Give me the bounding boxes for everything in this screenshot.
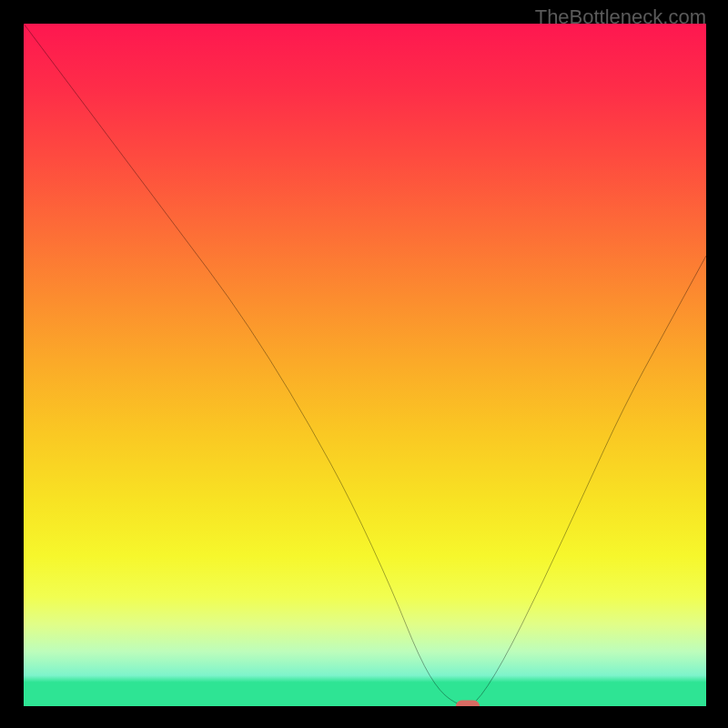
plot-area: [24, 24, 706, 706]
chart-frame: TheBottleneck.com: [0, 0, 728, 728]
bottleneck-curve: [24, 24, 706, 706]
min-marker: [456, 701, 480, 707]
